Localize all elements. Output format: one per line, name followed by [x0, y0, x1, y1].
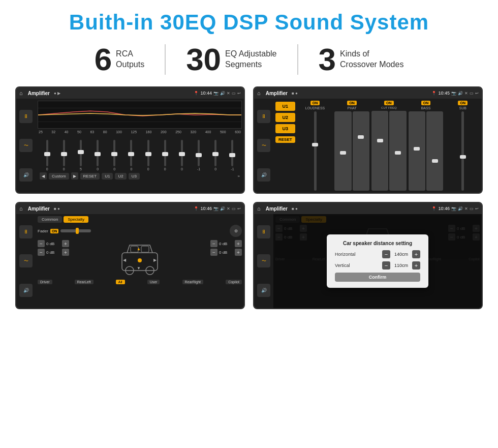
- cutfreq-thumb-2[interactable]: [395, 151, 401, 155]
- phat-thumb-2[interactable]: [358, 135, 364, 139]
- slider-thumb-11[interactable]: [212, 152, 219, 156]
- slider-track-3[interactable]: [80, 140, 82, 166]
- slider-track-5[interactable]: [113, 140, 115, 166]
- slider-thumb-1[interactable]: [44, 152, 50, 156]
- sidebar-wave-btn-cross[interactable]: 〜: [19, 254, 33, 267]
- vertical-minus[interactable]: −: [382, 261, 390, 270]
- sidebar-speaker-btn-cross[interactable]: 🔊: [19, 284, 33, 297]
- slider-thumb-5[interactable]: [111, 152, 117, 156]
- home-icon-cross[interactable]: ⌂: [19, 205, 23, 212]
- back-icon-amp[interactable]: ↩: [475, 91, 479, 96]
- close-icon-dist[interactable]: ✕: [464, 206, 468, 211]
- bass-thumb-2[interactable]: [432, 159, 438, 163]
- u1-button[interactable]: U1: [275, 102, 295, 111]
- sidebar-eq-btn[interactable]: 🎚: [19, 110, 33, 123]
- back-icon-cross[interactable]: ↩: [237, 206, 241, 211]
- window-icon-cross[interactable]: ▭: [232, 206, 236, 211]
- slider-thumb-9[interactable]: [179, 152, 185, 156]
- u3-button[interactable]: U3: [275, 124, 295, 133]
- close-icon-eq[interactable]: ✕: [227, 91, 230, 96]
- sidebar-eq-btn-cross[interactable]: 🎚: [19, 225, 33, 238]
- back-icon-eq[interactable]: ↩: [237, 91, 241, 96]
- plus-btn-3[interactable]: +: [235, 240, 242, 247]
- sidebar-speaker-btn-dist[interactable]: 🔊: [257, 284, 270, 297]
- slider-thumb-2[interactable]: [61, 152, 67, 156]
- plus-btn-1[interactable]: +: [62, 240, 69, 247]
- horizontal-plus[interactable]: +: [412, 250, 420, 258]
- minus-btn-4[interactable]: −: [210, 249, 217, 256]
- close-icon-amp[interactable]: ✕: [464, 91, 468, 96]
- sidebar-speaker-btn-amp[interactable]: 🔊: [257, 168, 270, 182]
- driver-btn[interactable]: Driver: [38, 280, 52, 284]
- vertical-plus[interactable]: +: [412, 261, 420, 270]
- home-icon-eq[interactable]: ⌂: [19, 90, 23, 96]
- slider-thumb-6[interactable]: [128, 152, 134, 156]
- minus-btn-2[interactable]: −: [38, 249, 45, 256]
- cutfreq-track-2[interactable]: [389, 111, 406, 191]
- plus-btn-4[interactable]: +: [235, 249, 242, 256]
- specialty-tab[interactable]: Specialty: [64, 216, 88, 223]
- u3-btn[interactable]: U3: [129, 173, 140, 180]
- u2-btn[interactable]: U2: [115, 173, 126, 180]
- sidebar-eq-btn-amp[interactable]: 🎚: [257, 110, 270, 123]
- loudness-thumb[interactable]: [312, 143, 318, 146]
- phat-track-2[interactable]: [353, 111, 369, 191]
- phat-track-1[interactable]: [334, 111, 351, 191]
- prev-arrow[interactable]: ◀: [40, 172, 47, 180]
- window-icon-eq[interactable]: ▭: [232, 91, 236, 96]
- slider-track-2[interactable]: [63, 140, 65, 166]
- slider-thumb-10[interactable]: [196, 153, 202, 157]
- sidebar-wave-btn-dist[interactable]: 〜: [257, 254, 270, 267]
- loudness-track[interactable]: [314, 111, 317, 191]
- slider-thumb-7[interactable]: [145, 152, 151, 156]
- horizontal-minus[interactable]: −: [382, 250, 390, 258]
- reset-btn[interactable]: RESET: [80, 173, 100, 180]
- u1-btn[interactable]: U1: [102, 173, 113, 180]
- slider-thumb-3[interactable]: [78, 150, 84, 154]
- minus-btn-1[interactable]: −: [38, 240, 45, 247]
- slider-track-1[interactable]: [46, 140, 48, 166]
- window-icon-amp[interactable]: ▭: [470, 91, 474, 96]
- slider-track-7[interactable]: [147, 140, 149, 166]
- slider-track-9[interactable]: [181, 140, 183, 166]
- slider-track-11[interactable]: [214, 140, 216, 166]
- slider-track-10[interactable]: [198, 140, 200, 166]
- bass-track-2[interactable]: [426, 111, 443, 191]
- sidebar-speaker-btn[interactable]: 🔊: [19, 168, 33, 182]
- confirm-button[interactable]: Confirm: [335, 273, 420, 282]
- sidebar-wave-btn-amp[interactable]: 〜: [257, 139, 270, 152]
- rearRight-btn[interactable]: RearRight: [182, 280, 204, 284]
- fader-slider[interactable]: [60, 229, 91, 232]
- common-tab[interactable]: Common: [38, 216, 62, 223]
- more-arrow[interactable]: »: [142, 174, 240, 178]
- slider-track-4[interactable]: [97, 140, 99, 166]
- cutfreq-thumb-1[interactable]: [377, 139, 383, 142]
- fader-thumb[interactable]: [76, 228, 79, 234]
- user-btn[interactable]: User: [147, 280, 160, 284]
- slider-thumb-4[interactable]: [95, 152, 101, 156]
- u2-button[interactable]: U2: [275, 113, 295, 122]
- bass-thumb-1[interactable]: [414, 147, 420, 151]
- settings-icon[interactable]: ⚙: [230, 225, 242, 237]
- back-icon-dist[interactable]: ↩: [475, 206, 479, 211]
- plus-btn-2[interactable]: +: [62, 249, 69, 256]
- copilot-btn[interactable]: Copilot: [226, 280, 242, 284]
- window-icon-dist[interactable]: ▭: [470, 206, 474, 211]
- minus-btn-3[interactable]: −: [210, 240, 217, 247]
- all-btn[interactable]: All: [116, 280, 125, 284]
- reset-button[interactable]: RESET: [275, 136, 295, 143]
- slider-track-8[interactable]: [164, 140, 166, 166]
- slider-track-12[interactable]: [231, 140, 233, 166]
- slider-thumb-8[interactable]: [162, 152, 168, 156]
- slider-thumb-12[interactable]: [229, 153, 235, 157]
- home-icon-dist[interactable]: ⌂: [257, 205, 261, 212]
- next-arrow[interactable]: ▶: [71, 172, 78, 180]
- sidebar-wave-btn[interactable]: 〜: [19, 139, 33, 152]
- slider-track-6[interactable]: [130, 140, 132, 166]
- cutfreq-track-1[interactable]: [371, 111, 388, 191]
- bass-track-1[interactable]: [409, 111, 425, 191]
- home-icon-amp[interactable]: ⌂: [257, 90, 261, 96]
- phat-thumb-1[interactable]: [340, 151, 346, 155]
- sidebar-eq-btn-dist[interactable]: 🎚: [257, 225, 270, 238]
- sub-thumb[interactable]: [460, 155, 466, 159]
